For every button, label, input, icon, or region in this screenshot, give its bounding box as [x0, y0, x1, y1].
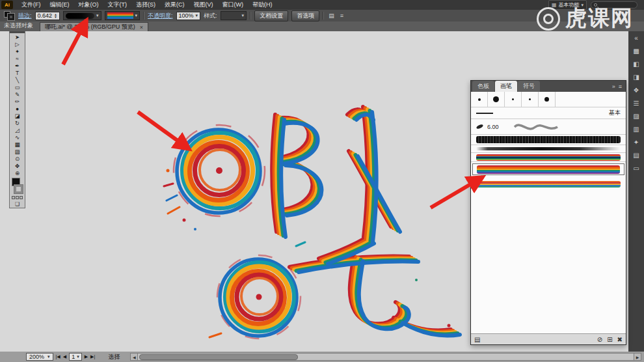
appearance-panel-icon[interactable]: ◨: [630, 72, 642, 83]
calligraphic-dot-brush[interactable]: [505, 92, 522, 107]
delete-brush-icon[interactable]: ✖: [617, 336, 623, 343]
document-setup-button[interactable]: 文档设置: [254, 10, 288, 21]
gradient-tool[interactable]: ▨: [10, 148, 25, 155]
panel-tab-色板[interactable]: 色板: [472, 81, 494, 92]
zoom-tool[interactable]: ⊕: [10, 169, 25, 176]
mesh-tool[interactable]: ▦: [10, 141, 25, 148]
hand-tool[interactable]: ✥: [10, 162, 25, 169]
color-panel-icon[interactable]: ▩: [630, 46, 642, 57]
brush-definition-dropdown[interactable]: ▾: [105, 11, 141, 20]
stroke-link[interactable]: 描边:: [18, 12, 32, 20]
opacity-link[interactable]: 不透明度:: [148, 12, 173, 20]
document-tab[interactable]: 哪吒.ai* @ 200% (RGB/GPU 预览) ×: [40, 22, 148, 31]
menu-item[interactable]: 效果(C): [160, 1, 189, 9]
calligraphic-dot-brush[interactable]: [539, 92, 556, 107]
dock-icons: «▩◧◨❖☰▨▥✦▤▭: [630, 33, 642, 174]
width-profile-dropdown[interactable]: ▾: [63, 11, 101, 20]
new-brush-icon[interactable]: ⊞: [607, 336, 612, 343]
menu-item[interactable]: 编辑(E): [46, 1, 74, 9]
collapse-dock-icon[interactable]: «: [630, 33, 642, 44]
pencil-tool[interactable]: ✏: [10, 98, 25, 105]
transparency-panel-icon[interactable]: ▥: [630, 124, 642, 135]
line-segment-tool[interactable]: ╲: [10, 76, 25, 83]
draw-inside-icon[interactable]: [20, 196, 23, 199]
eyedropper-tool[interactable]: ⊙: [10, 155, 25, 162]
rectangle-tool[interactable]: ▭: [10, 83, 25, 90]
blob-brush-tool[interactable]: ●: [10, 105, 25, 112]
lasso-tool[interactable]: ≈: [10, 55, 25, 62]
zoom-level-select[interactable]: 200% ▾: [26, 353, 53, 361]
artboard-number-field[interactable]: 1 ▾: [69, 353, 82, 361]
last-artboard-button[interactable]: ▶|: [90, 354, 95, 359]
rotate-tool[interactable]: ↻: [10, 119, 25, 126]
basic-brush-preview: [476, 113, 493, 114]
search-input[interactable]: [599, 2, 632, 8]
stroke-color-box[interactable]: [14, 185, 23, 193]
menu-item[interactable]: 文件(F): [17, 1, 46, 9]
next-artboard-button[interactable]: ▶: [85, 354, 88, 359]
scrollbar-track[interactable]: [138, 353, 634, 361]
direct-selection-tool[interactable]: ▷: [10, 40, 25, 48]
menu-item[interactable]: 帮助(H): [248, 1, 277, 9]
screen-mode-icon[interactable]: ❏: [10, 201, 25, 208]
draw-behind-icon[interactable]: [16, 196, 19, 199]
align-options-icon[interactable]: ▤: [327, 12, 336, 19]
close-tab-icon[interactable]: ×: [140, 24, 143, 31]
brush-calligraphic-6[interactable]: 6.00: [471, 119, 626, 135]
stroke-weight-field[interactable]: 0.642 ▲▼: [35, 12, 60, 20]
scroll-right-icon[interactable]: ▶: [634, 353, 641, 361]
paintbrush-tool[interactable]: ✎: [10, 90, 25, 98]
layers-panel-icon[interactable]: ▤: [630, 150, 642, 161]
calligraphic-dot-brush[interactable]: [471, 92, 488, 107]
brush-rainbow-rough[interactable]: [471, 179, 626, 189]
brush-scratch-line[interactable]: [471, 145, 626, 153]
brush-charcoal[interactable]: [471, 135, 626, 145]
graphic-styles-panel-icon[interactable]: ❖: [630, 85, 642, 96]
stroke-panel-icon[interactable]: ☰: [630, 98, 642, 109]
artboards-panel-icon[interactable]: ▭: [630, 163, 642, 174]
panel-tab-画笔[interactable]: 画笔: [495, 81, 517, 92]
first-artboard-button[interactable]: |◀: [56, 354, 60, 359]
type-tool[interactable]: T: [10, 69, 25, 76]
panel-menu-icon[interactable]: ≡: [619, 83, 622, 90]
magic-wand-tool[interactable]: ✦: [10, 48, 25, 55]
opacity-field[interactable]: 100% ▾: [176, 12, 201, 20]
stepper-icon[interactable]: ▲▼: [54, 13, 57, 18]
scroll-left-icon[interactable]: ◀: [130, 353, 138, 361]
gradient-panel-icon[interactable]: ▨: [630, 111, 642, 122]
menu-item[interactable]: 视图(V): [189, 1, 218, 9]
brush-libraries-icon[interactable]: ▤: [474, 336, 480, 343]
menu-item[interactable]: 对象(O): [74, 1, 103, 9]
scrollbar-thumb[interactable]: [139, 354, 298, 360]
panel-options-icon[interactable]: ≡: [339, 12, 345, 19]
brush-color-stripes[interactable]: [471, 153, 626, 162]
preferences-button[interactable]: 首选项: [291, 10, 319, 21]
search-box[interactable]: [591, 1, 637, 8]
calligraphic-dot-brush[interactable]: [522, 92, 539, 107]
collapse-panel-icon[interactable]: »: [612, 83, 615, 90]
fill-stroke-swatches[interactable]: [4, 11, 15, 20]
width-tool[interactable]: ∿: [10, 133, 25, 141]
drawing-modes: [10, 195, 25, 201]
menu-item[interactable]: 选择(S): [131, 1, 160, 9]
pen-tool[interactable]: ✒: [10, 62, 25, 69]
menu-item[interactable]: 文字(T): [103, 1, 132, 9]
style-dropdown[interactable]: ▾: [221, 11, 247, 20]
brush-rainbow-paint-selected[interactable]: [472, 163, 624, 175]
document-tab-bar: 未选择对象 哪吒.ai* @ 200% (RGB/GPU 预览) ×: [0, 21, 644, 31]
prev-artboard-button[interactable]: ◀: [63, 354, 66, 359]
color-guide-panel-icon[interactable]: ◧: [630, 59, 642, 70]
workspace-switcher[interactable]: ▦ 基本功能 ▾: [548, 0, 587, 10]
draw-normal-icon[interactable]: [12, 196, 15, 199]
brush-basic[interactable]: 基本: [471, 107, 626, 119]
menu-item[interactable]: 窗口(W): [218, 1, 248, 9]
selection-tool[interactable]: ➤: [10, 33, 25, 40]
horizontal-scrollbar[interactable]: ◀ ▶: [130, 353, 641, 361]
scale-tool[interactable]: ◿: [10, 126, 25, 133]
eraser-tool[interactable]: ◪: [10, 112, 25, 119]
remove-brush-stroke-icon[interactable]: ⊘: [597, 336, 602, 343]
symbols-panel-icon[interactable]: ✦: [630, 137, 642, 148]
panel-tab-符号[interactable]: 符号: [518, 81, 540, 92]
calligraphic-dot-brush[interactable]: [488, 92, 505, 107]
fill-stroke-indicator[interactable]: [12, 178, 23, 193]
